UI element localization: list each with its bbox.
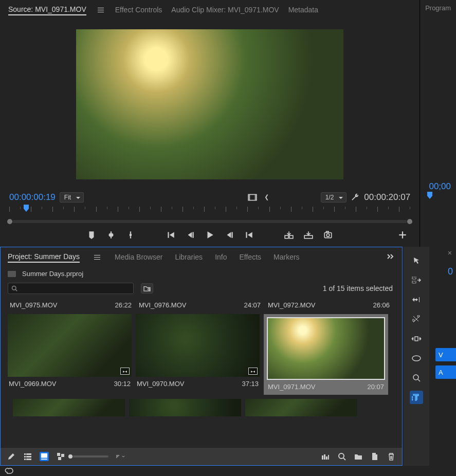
tab-project[interactable]: Project: Summer Days xyxy=(8,251,80,263)
tab-audio-mixer[interactable]: Audio Clip Mixer: MVI_0971.MOV xyxy=(171,5,279,15)
svg-rect-22 xyxy=(41,459,47,460)
search-box[interactable] xyxy=(8,283,134,294)
type-tool-icon[interactable]: T xyxy=(410,391,423,404)
clip-type-badge-icon: ▸◂ xyxy=(120,368,130,375)
audio-track-toggle[interactable]: A xyxy=(435,365,456,379)
timeline-panel-stub: × 0 V A xyxy=(429,247,456,466)
status-bar xyxy=(0,466,456,476)
add-marker-icon[interactable] xyxy=(87,230,96,240)
sort-icon[interactable] xyxy=(116,452,125,461)
slip-tool-icon[interactable] xyxy=(410,332,423,345)
overflow-chevrons-icon[interactable] xyxy=(387,253,395,261)
tab-libraries[interactable]: Libraries xyxy=(175,252,203,262)
freeform-view-icon[interactable] xyxy=(56,452,65,461)
go-to-in-icon[interactable] xyxy=(166,230,175,240)
automate-to-sequence-icon[interactable] xyxy=(321,452,330,461)
svg-point-38 xyxy=(412,356,421,361)
svg-point-39 xyxy=(413,375,418,380)
button-editor-icon[interactable] xyxy=(398,230,407,240)
clip-header-cell[interactable]: MVI_0975.MOV 26:22 xyxy=(8,300,134,310)
playhead-indicator[interactable] xyxy=(24,205,29,213)
ripple-edit-tool-icon[interactable] xyxy=(410,293,423,306)
step-back-icon[interactable] xyxy=(186,230,195,240)
svg-rect-32 xyxy=(328,455,329,460)
export-frame-icon[interactable] xyxy=(323,230,333,240)
playhead-timecode[interactable]: 00:00:00:19 xyxy=(9,192,56,203)
clip-thumbnail-partial[interactable] xyxy=(129,399,241,416)
timeline-timecode-stub[interactable]: 0 xyxy=(445,264,456,279)
svg-rect-25 xyxy=(58,457,61,460)
project-writable-icon[interactable] xyxy=(7,452,16,461)
svg-text:T: T xyxy=(415,394,419,401)
svg-rect-35 xyxy=(412,277,416,279)
tab-markers[interactable]: Markers xyxy=(273,252,300,262)
clip-header-cell[interactable]: MVI_0972.MOV 26:06 xyxy=(266,300,392,310)
project-panel-menu-icon[interactable] xyxy=(92,255,102,260)
icon-view-icon[interactable] xyxy=(40,452,49,461)
razor-tool-icon[interactable] xyxy=(410,313,423,326)
hand-zoom-tool-icon[interactable] xyxy=(410,371,423,385)
clip-thumbnail-selected[interactable]: MVI_0971.MOV 20:07 xyxy=(264,314,388,395)
settings-wrench-icon[interactable] xyxy=(351,193,360,202)
zoom-slider[interactable] xyxy=(72,452,108,461)
duration-timecode: 00:00:20:07 xyxy=(364,192,410,203)
svg-rect-21 xyxy=(41,453,47,458)
play-icon[interactable] xyxy=(205,230,214,240)
search-input[interactable] xyxy=(20,285,130,292)
tab-program[interactable]: Program xyxy=(425,3,451,13)
program-playhead[interactable] xyxy=(427,192,432,200)
project-panel: Project: Summer Days Media Browser Libra… xyxy=(0,247,403,466)
clip-duration: 30:12 xyxy=(114,380,131,388)
new-item-icon[interactable] xyxy=(370,452,379,461)
svg-rect-15 xyxy=(24,453,26,455)
project-file-row: Summer Days.prproj xyxy=(1,267,402,281)
program-timecode-stub[interactable]: 00;00 xyxy=(425,181,451,192)
time-ruler[interactable] xyxy=(9,207,410,216)
go-to-out-icon[interactable] xyxy=(244,230,253,240)
step-forward-icon[interactable] xyxy=(225,230,234,240)
svg-rect-3 xyxy=(285,235,288,239)
svg-point-7 xyxy=(326,234,330,237)
track-select-tool-icon[interactable] xyxy=(410,273,423,287)
audio-only-icon[interactable] xyxy=(261,193,270,202)
new-bin-icon[interactable] xyxy=(354,452,363,461)
clip-thumbnail[interactable]: ▸◂ MVI_0970.MOV 37:13 xyxy=(136,314,260,395)
clip-name: MVI_0970.MOV xyxy=(137,380,185,388)
insert-icon[interactable] xyxy=(284,230,294,240)
clip-name: MVI_0969.MOV xyxy=(9,380,57,388)
tab-effects[interactable]: Effects xyxy=(239,252,261,262)
tab-info[interactable]: Info xyxy=(215,252,227,262)
scrub-bar[interactable] xyxy=(5,218,414,225)
pen-tool-icon[interactable] xyxy=(410,352,423,365)
creative-cloud-icon[interactable] xyxy=(4,467,13,475)
tab-media-browser[interactable]: Media Browser xyxy=(115,252,162,262)
tab-metadata[interactable]: Metadata xyxy=(288,5,318,15)
video-only-icon[interactable] xyxy=(248,193,257,202)
delete-icon[interactable] xyxy=(387,452,396,461)
mark-out-icon[interactable] xyxy=(126,230,135,240)
svg-point-13 xyxy=(148,288,150,290)
close-panel-icon[interactable]: × xyxy=(444,247,456,259)
tab-source[interactable]: Source: MVI_0971.MOV xyxy=(8,4,86,15)
svg-rect-19 xyxy=(24,459,26,460)
selection-tool-icon[interactable] xyxy=(410,254,423,267)
video-track-toggle[interactable]: V xyxy=(435,348,456,361)
svg-rect-20 xyxy=(26,459,31,460)
mark-in-icon[interactable] xyxy=(106,230,116,240)
clip-thumbnail[interactable]: ▸◂ MVI_0969.MOV 30:12 xyxy=(8,314,132,395)
zoom-fit-dropdown[interactable]: Fit xyxy=(60,192,84,203)
resolution-dropdown[interactable]: 1/2 xyxy=(321,192,347,203)
svg-rect-18 xyxy=(26,456,31,457)
list-view-icon[interactable] xyxy=(23,452,32,461)
new-search-bin-icon[interactable] xyxy=(141,283,153,294)
panel-menu-icon[interactable] xyxy=(96,8,106,12)
clip-thumbnail-partial[interactable] xyxy=(13,399,125,416)
clip-thumbnail-partial[interactable] xyxy=(245,399,357,416)
source-video-preview[interactable] xyxy=(76,29,343,179)
tab-effect-controls[interactable]: Effect Controls xyxy=(115,5,162,15)
find-icon[interactable] xyxy=(337,452,346,461)
overwrite-icon[interactable] xyxy=(304,230,313,240)
source-control-bar: 00:00:00:19 Fit 1/2 00:00:20:07 xyxy=(0,189,419,205)
clip-type-badge-icon: ▸◂ xyxy=(248,368,258,375)
clip-header-cell[interactable]: MVI_0976.MOV 24:07 xyxy=(137,300,263,310)
